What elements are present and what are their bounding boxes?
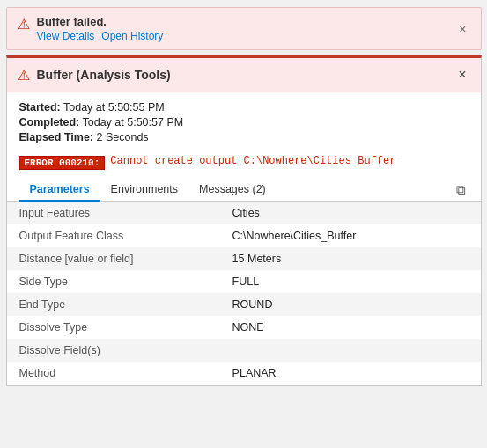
table-row: Distance [value or field]15 Meters [7,247,481,270]
param-label: Distance [value or field] [7,247,220,270]
table-row: End TypeROUND [7,293,481,316]
param-value: C:\Nowhere\Cities_Buffer [220,224,481,247]
param-label: Input Features [7,202,220,224]
info-section: Started: Today at 5:50:55 PM Completed: … [7,92,481,151]
param-label: Dissolve Type [7,316,220,339]
completed-label: Completed: [19,116,80,129]
elapsed-row: Elapsed Time: 2 Seconds [19,131,469,143]
toast-title: Buffer failed. [37,15,164,28]
toast-notification: ⚠ Buffer failed. View Details Open Histo… [6,7,482,50]
completed-value: Today at 5:50:57 PM [83,116,184,129]
table-row: Side TypeFULL [7,270,481,293]
param-label: Output Feature Class [7,224,220,247]
param-value [220,339,481,362]
page-wrapper: ⚠ Buffer failed. View Details Open Histo… [6,7,482,386]
param-value: ROUND [220,293,481,316]
started-row: Started: Today at 5:50:55 PM [19,101,469,114]
toast-content: Buffer failed. View Details Open History [37,15,164,42]
param-label: Method [7,362,220,385]
tabs: Parameters Environments Messages (2) [19,179,277,201]
table-row: Input FeaturesCities [7,202,481,224]
table-row: Dissolve Field(s) [7,339,481,362]
toast-left: ⚠ Buffer failed. View Details Open Histo… [18,15,164,42]
param-value: Cities [220,202,481,224]
toast-close-button[interactable]: × [455,20,469,38]
toast-links: View Details Open History [37,30,164,42]
started-label: Started: [19,101,61,114]
table-row: MethodPLANAR [7,362,481,385]
view-details-link[interactable]: View Details [37,30,95,42]
param-value: 15 Meters [220,247,481,270]
dialog-header-left: ⚠ Buffer (Analysis Tools) [18,67,171,84]
started-value: Today at 5:50:55 PM [63,101,165,114]
tab-messages[interactable]: Messages (2) [188,179,277,202]
tab-environments[interactable]: Environments [100,179,188,202]
param-label: End Type [7,293,220,316]
completed-row: Completed: Today at 5:50:57 PM [19,116,469,129]
table-row: Output Feature ClassC:\Nowhere\Cities_Bu… [7,224,481,247]
dialog-header: ⚠ Buffer (Analysis Tools) × [7,58,481,92]
param-value: NONE [220,316,481,339]
elapsed-label: Elapsed Time: [19,131,94,143]
error-row: ERROR 000210: Cannot create output C:\No… [7,151,481,173]
copy-icon[interactable]: ⧉ [454,180,469,201]
param-label: Dissolve Field(s) [7,339,220,362]
param-value: PLANAR [220,362,481,385]
elapsed-value: 2 Seconds [97,131,149,143]
param-label: Side Type [7,270,220,293]
dialog-title: Buffer (Analysis Tools) [37,68,171,82]
params-table: Input FeaturesCitiesOutput Feature Class… [7,202,481,385]
param-value: FULL [220,270,481,293]
error-code-badge: ERROR 000210: [19,156,106,170]
tabs-section: Parameters Environments Messages (2) ⧉ [7,173,481,202]
dialog-close-button[interactable]: × [454,65,469,84]
tab-parameters[interactable]: Parameters [19,179,100,202]
open-history-link[interactable]: Open History [101,30,163,42]
table-row: Dissolve TypeNONE [7,316,481,339]
dialog: ⚠ Buffer (Analysis Tools) × Started: Tod… [6,55,482,386]
error-message: Cannot create output C:\Nowhere\Cities_B… [110,155,395,167]
toast-error-icon: ⚠ [18,16,30,33]
dialog-error-icon: ⚠ [18,67,30,84]
